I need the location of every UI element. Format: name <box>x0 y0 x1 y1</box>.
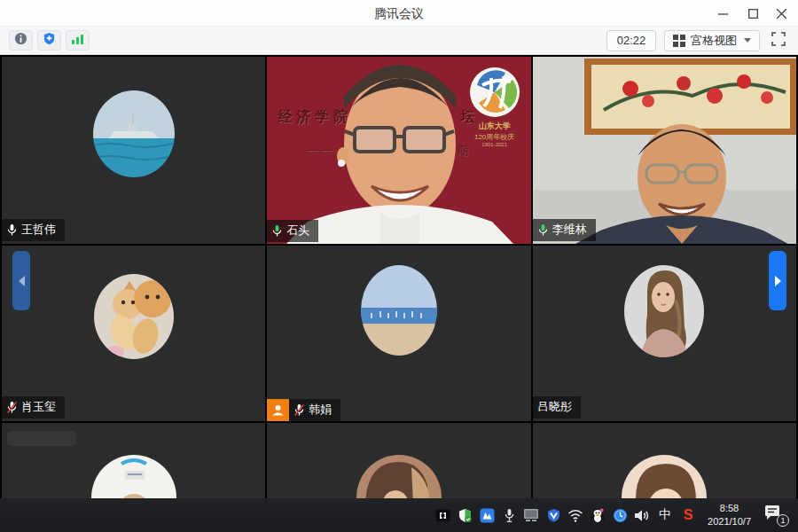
view-mode-dropdown[interactable]: 宫格视图 <box>664 30 760 51</box>
mic-speaking-icon <box>271 224 283 238</box>
avatar <box>361 265 437 356</box>
reader-app-icon[interactable] <box>434 507 450 523</box>
name-tag: 王哲伟 <box>2 219 65 241</box>
participant-tile[interactable]: 李维林 <box>533 57 796 244</box>
mic-muted-icon <box>293 403 305 417</box>
taskbar-date: 2021/10/7 <box>708 515 751 528</box>
avatar <box>93 90 175 177</box>
wifi-icon[interactable] <box>567 507 583 523</box>
taskbar-time: 8:58 <box>708 502 751 515</box>
mic-on-icon <box>6 223 18 237</box>
participant-name: 石头 <box>286 223 309 239</box>
shield-icon <box>43 32 56 49</box>
fullscreen-button[interactable] <box>768 30 789 51</box>
participant-tile[interactable]: 肖玉玺 <box>2 246 265 421</box>
tooltip-remnant <box>7 431 76 446</box>
meeting-toolbar: 02:22 宫格视图 <box>0 27 798 55</box>
name-tag: 李维林 <box>533 219 596 241</box>
university-logo: 山东大学 120周年校庆 1901-2021 <box>467 67 522 147</box>
chevron-right-icon <box>775 276 781 286</box>
maximize-button[interactable] <box>738 0 768 27</box>
logo-text: 1901-2021 <box>467 142 522 147</box>
participant-name: 肖玉玺 <box>21 399 56 415</box>
security-button[interactable] <box>37 30 61 51</box>
network-status-button[interactable] <box>66 30 90 51</box>
grid-view-icon <box>673 35 685 47</box>
close-button[interactable] <box>766 0 796 27</box>
info-icon <box>14 32 27 49</box>
participant-tile[interactable]: 经济学院海 坛 —— 期 <box>267 57 530 244</box>
minimize-button[interactable] <box>708 0 738 27</box>
next-page-button[interactable] <box>769 251 786 310</box>
logo-text: 120周年校庆 <box>467 132 522 142</box>
chevron-down-icon <box>744 38 751 43</box>
chevron-left-icon <box>19 276 25 286</box>
windows-taskbar: 中 S 8:58 2021/10/7 1 <box>0 498 798 532</box>
name-tag: 肖玉玺 <box>2 396 65 419</box>
previous-page-button[interactable] <box>12 251 30 310</box>
participant-name: 王哲伟 <box>21 222 56 238</box>
notification-center-button[interactable]: 1 <box>763 504 789 527</box>
video-feed: 经济学院海 坛 —— 期 <box>267 57 530 244</box>
participant-tile[interactable]: 韩娟 <box>267 246 530 421</box>
participant-name: 吕晓彤 <box>537 399 572 415</box>
participant-tile[interactable]: 王哲伟 <box>2 57 265 244</box>
clock-app-icon[interactable] <box>612 507 628 523</box>
tencent-meeting-window: 腾讯会议 02:22 <box>0 0 798 532</box>
view-mode-label: 宫格视图 <box>691 33 737 49</box>
meeting-timer: 02:22 <box>606 30 656 51</box>
signal-bars-icon <box>71 33 84 49</box>
title-bar: 腾讯会议 <box>0 0 798 27</box>
display-icon[interactable] <box>523 507 539 523</box>
volume-icon[interactable] <box>634 507 650 523</box>
mic-speaking-icon <box>537 223 549 237</box>
avatar <box>624 265 704 357</box>
name-tag: 石头 <box>267 220 318 242</box>
notification-count-badge: 1 <box>777 514 789 527</box>
name-tag: 吕晓彤 <box>533 396 581 419</box>
name-tag: 韩娟 <box>289 399 340 421</box>
participant-name: 韩娟 <box>309 402 332 418</box>
ime-language-indicator[interactable]: 中 <box>656 507 674 523</box>
window-title: 腾讯会议 <box>0 0 798 27</box>
qq-icon[interactable] <box>590 507 606 523</box>
tencent-security-shield-icon[interactable] <box>545 507 561 523</box>
logo-text: 山东大学 <box>467 121 522 132</box>
fullscreen-icon <box>771 32 786 50</box>
video-grid: 王哲伟 经济学院海 坛 —— 期 <box>0 55 798 532</box>
meeting-info-button[interactable] <box>9 30 33 51</box>
microphone-icon[interactable] <box>501 507 517 523</box>
antivirus-shield-icon[interactable] <box>457 507 473 523</box>
m-app-icon[interactable] <box>479 507 495 523</box>
participant-name: 李维林 <box>552 222 587 238</box>
avatar <box>94 274 174 359</box>
video-feed <box>533 57 796 244</box>
taskbar-clock[interactable]: 8:58 2021/10/7 <box>702 502 756 528</box>
participant-tile[interactable]: 吕晓彤 <box>533 246 796 421</box>
member-badge-icon <box>267 399 289 421</box>
sogou-input-icon[interactable]: S <box>680 507 696 523</box>
mic-muted-icon <box>6 401 18 414</box>
